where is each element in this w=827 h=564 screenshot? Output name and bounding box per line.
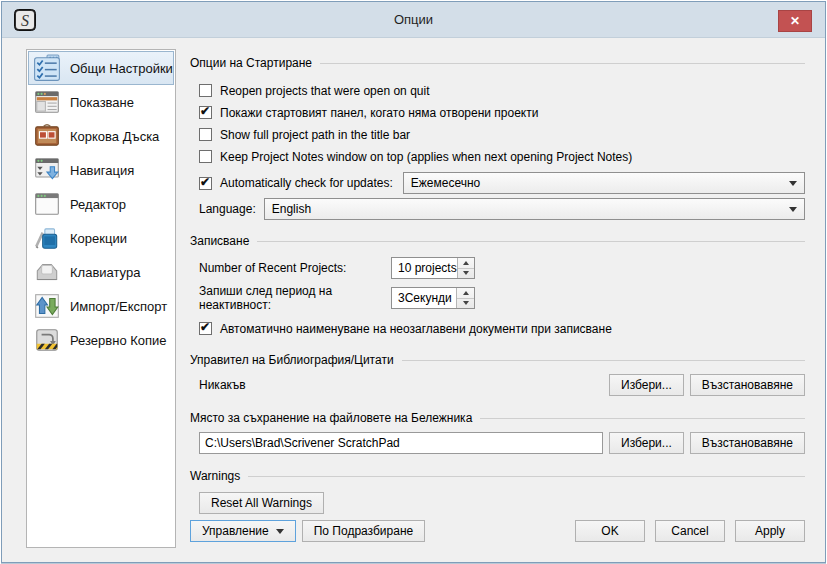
sidebar-item-keyboard[interactable]: Клавиатура xyxy=(28,255,174,289)
group-divider xyxy=(248,476,805,477)
reset-warnings-button[interactable]: Reset All Warnings xyxy=(199,492,324,514)
recent-projects-stepper[interactable]: 10 projects xyxy=(391,257,475,279)
show-start-panel-checkbox[interactable] xyxy=(199,106,212,119)
group-title: Warnings xyxy=(190,469,240,483)
manage-menu-button[interactable]: Управление xyxy=(190,520,296,542)
language-select[interactable]: English xyxy=(264,198,805,220)
recent-projects-label: Number of Recent Projects: xyxy=(199,261,391,275)
corkboard-icon xyxy=(33,122,61,150)
language-value: English xyxy=(272,202,783,216)
full-path-title-checkbox[interactable] xyxy=(199,128,212,141)
bibliography-choose-button[interactable]: Избери... xyxy=(609,374,684,396)
full-path-title-row: Show full project path in the title bar xyxy=(190,127,805,142)
group-divider xyxy=(257,241,805,242)
recent-projects-value: 10 projects xyxy=(392,258,457,278)
sidebar-item-import-export[interactable]: Импорт/Експорт xyxy=(28,289,174,323)
group-title: Опции на Стартиране xyxy=(190,56,312,70)
editor-window-icon xyxy=(33,190,61,218)
group-divider xyxy=(320,63,805,64)
language-label: Language: xyxy=(199,202,256,216)
sidebar-item-editor[interactable]: Редактор xyxy=(28,187,174,221)
svg-text:S: S xyxy=(21,11,29,28)
settings-category-list: Общи Настройки Показване Коркова Дъска xyxy=(26,49,176,548)
options-dialog: S Опции ✕ Общи Настройки xyxy=(1,1,826,563)
inactivity-save-label: Запиши след период на неактивност: xyxy=(199,284,391,312)
stepper-up-button[interactable] xyxy=(458,258,474,269)
group-divider xyxy=(480,418,805,419)
checkbox-label[interactable]: Keep Project Notes window on top (applie… xyxy=(220,150,632,164)
reopen-projects-checkbox[interactable] xyxy=(199,84,212,97)
inactivity-save-stepper[interactable]: 3Секунди xyxy=(391,287,475,309)
cancel-button[interactable]: Cancel xyxy=(655,520,725,542)
scratchpad-choose-button[interactable]: Избери... xyxy=(609,432,684,454)
chevron-down-icon xyxy=(789,207,797,212)
auto-name-row: Автоматично наименуване на неозаглавени … xyxy=(190,321,805,336)
stepper-arrows xyxy=(457,258,474,278)
warnings-row: Reset All Warnings xyxy=(190,492,805,514)
dialog-footer: Управление По Подразбиране OK Cancel App… xyxy=(190,520,805,542)
arrow-up-icon xyxy=(463,291,469,295)
sidebar-item-appearance[interactable]: Показване xyxy=(28,85,174,119)
checkbox-label[interactable]: Автоматично наименуване на неозаглавени … xyxy=(220,322,612,336)
bibliography-manager-value: Никакъв xyxy=(199,378,246,392)
language-row: Language: English xyxy=(190,198,805,220)
auto-update-row: Automatically check for updates: Ежемесе… xyxy=(190,172,805,194)
sidebar-item-label: Общи Настройки xyxy=(70,61,173,76)
arrow-down-icon xyxy=(463,271,469,275)
ink-bottle-icon xyxy=(33,224,61,252)
navigation-icon xyxy=(33,156,61,184)
stepper-up-button[interactable] xyxy=(457,288,474,299)
import-export-arrows-icon xyxy=(33,292,61,320)
stepper-arrows xyxy=(456,288,474,308)
sidebar-item-label: Корекции xyxy=(70,231,127,246)
inactivity-save-value: 3Секунди xyxy=(392,288,456,308)
title-bar[interactable]: S Опции ✕ xyxy=(2,2,825,38)
sidebar-item-label: Клавиатура xyxy=(70,265,140,280)
auto-name-checkbox[interactable] xyxy=(199,322,212,335)
sidebar-item-label: Коркова Дъска xyxy=(70,129,159,144)
checklist-icon xyxy=(33,54,61,82)
sidebar-item-label: Навигация xyxy=(70,163,134,178)
scratchpad-restore-button[interactable]: Възстановавяне xyxy=(690,432,805,454)
checkbox-label[interactable]: Покажи стартовият панел, когато няма отв… xyxy=(220,106,538,120)
backup-drive-icon xyxy=(33,326,61,354)
ok-button[interactable]: OK xyxy=(575,520,645,542)
sidebar-item-corkboard[interactable]: Коркова Дъска xyxy=(28,119,174,153)
bibliography-restore-button[interactable]: Възстановавяне xyxy=(690,374,805,396)
sidebar-item-backup[interactable]: Резервно Копие xyxy=(28,323,174,357)
sidebar-item-label: Показване xyxy=(70,95,134,110)
close-button[interactable]: ✕ xyxy=(778,10,812,32)
sidebar-item-label: Резервно Копие xyxy=(70,333,167,348)
auto-update-checkbox[interactable] xyxy=(199,177,212,190)
project-notes-on-top-row: Keep Project Notes window on top (applie… xyxy=(190,149,805,164)
stepper-down-button[interactable] xyxy=(458,269,474,279)
keyboard-key-icon xyxy=(33,258,61,286)
sidebar-item-general[interactable]: Общи Настройки xyxy=(28,51,174,85)
inactivity-save-row: Запиши след период на неактивност: 3Секу… xyxy=(190,284,805,312)
scratchpad-path-input[interactable] xyxy=(199,432,603,454)
saving-group-header: Записване xyxy=(190,234,805,248)
stepper-down-button[interactable] xyxy=(457,299,474,309)
checkbox-label[interactable]: Show full project path in the title bar xyxy=(220,128,410,142)
chevron-down-icon xyxy=(789,181,797,186)
defaults-button[interactable]: По Подразбиране xyxy=(302,520,425,542)
sidebar-item-navigation[interactable]: Навигация xyxy=(28,153,174,187)
reopen-projects-row: Reopen projects that were open on quit xyxy=(190,83,805,98)
apply-button[interactable]: Apply xyxy=(735,520,805,542)
scratchpad-group-header: Място за съхранение на файловете на Беле… xyxy=(190,411,805,425)
scratchpad-row: Избери... Възстановавяне xyxy=(190,432,805,454)
sidebar-item-corrections[interactable]: Корекции xyxy=(28,221,174,255)
sidebar-item-label: Редактор xyxy=(70,197,126,212)
project-notes-on-top-checkbox[interactable] xyxy=(199,150,212,163)
window-display-icon xyxy=(33,88,61,116)
auto-update-label[interactable]: Automatically check for updates: xyxy=(220,176,393,190)
scrivener-logo-icon: S xyxy=(14,9,36,31)
bibliography-row: Никакъв Избери... Възстановавяне xyxy=(190,374,805,396)
manage-button-label: Управление xyxy=(202,524,269,538)
show-start-panel-row: Покажи стартовият панел, когато няма отв… xyxy=(190,105,805,120)
window-title: Опции xyxy=(2,12,825,27)
group-title: Място за съхранение на файловете на Беле… xyxy=(190,411,472,425)
update-frequency-select[interactable]: Ежемесечно xyxy=(403,172,805,194)
checkbox-label[interactable]: Reopen projects that were open on quit xyxy=(220,84,429,98)
warnings-group-header: Warnings xyxy=(190,469,805,483)
